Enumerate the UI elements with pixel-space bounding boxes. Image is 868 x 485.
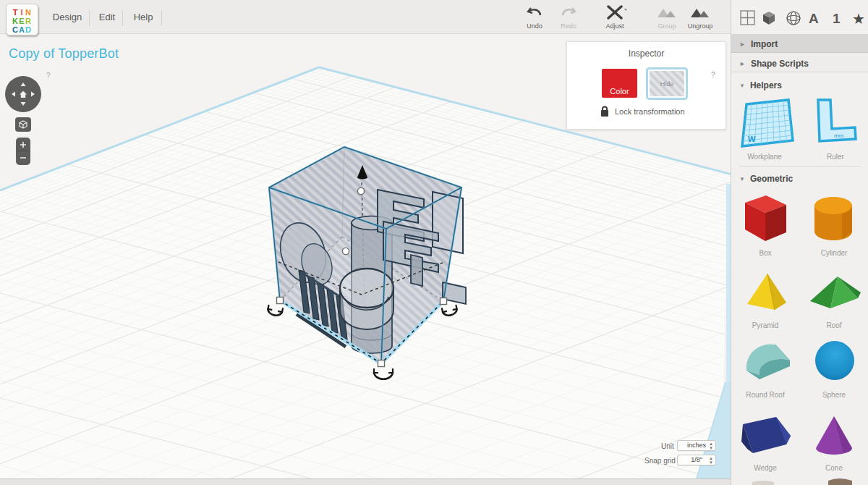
- svg-text:?: ?: [46, 72, 51, 80]
- svg-text:A: A: [809, 11, 819, 26]
- svg-text:1: 1: [833, 11, 841, 26]
- svg-text:mm: mm: [834, 132, 844, 139]
- svg-text:W: W: [748, 135, 756, 143]
- svg-text:★: ★: [852, 11, 865, 27]
- svg-text:Hide: Hide: [660, 80, 674, 88]
